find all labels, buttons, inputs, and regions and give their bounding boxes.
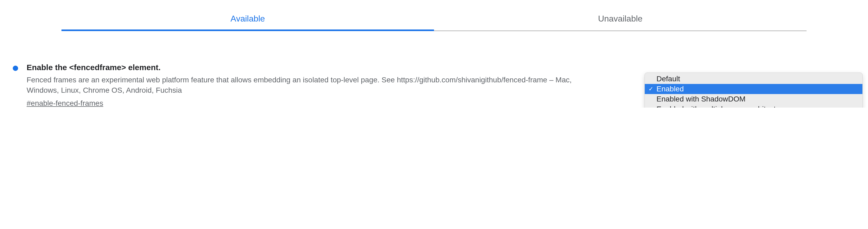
dropdown-option-enabled-shadowdom[interactable]: ✓ Enabled with ShadowDOM [645, 94, 862, 104]
flag-description: Fenced frames are an experimental web pl… [27, 75, 580, 96]
dropdown-option-enabled-multi[interactable]: ✓ Enabled with multiple page architectur… [645, 104, 862, 108]
dropdown-option-enabled[interactable]: ✓ Enabled [645, 84, 862, 94]
flag-dropdown-wrapper: ✓ Default ✓ Enabled ✓ Enabled with Shado… [645, 73, 863, 108]
tab-unavailable[interactable]: Unavailable [434, 8, 807, 31]
tabs-bar: Available Unavailable [61, 8, 807, 31]
modified-indicator-icon [13, 66, 18, 71]
dropdown-option-default[interactable]: ✓ Default [645, 74, 862, 84]
flag-title: Enable the <fencedframe> element. [27, 63, 857, 72]
dropdown-option-label: Enabled with multiple page architecture [656, 105, 786, 108]
check-icon: ✓ [648, 85, 653, 92]
flag-row: Enable the <fencedframe> element. Fenced… [11, 63, 857, 108]
dropdown-option-label: Enabled [656, 85, 684, 93]
dropdown-option-label: Default [656, 75, 680, 83]
tab-available[interactable]: Available [61, 8, 434, 31]
flag-state-dropdown[interactable]: ✓ Default ✓ Enabled ✓ Enabled with Shado… [645, 73, 863, 108]
dropdown-option-label: Enabled with ShadowDOM [656, 95, 746, 103]
flag-hash-link[interactable]: #enable-fenced-frames [27, 99, 103, 108]
